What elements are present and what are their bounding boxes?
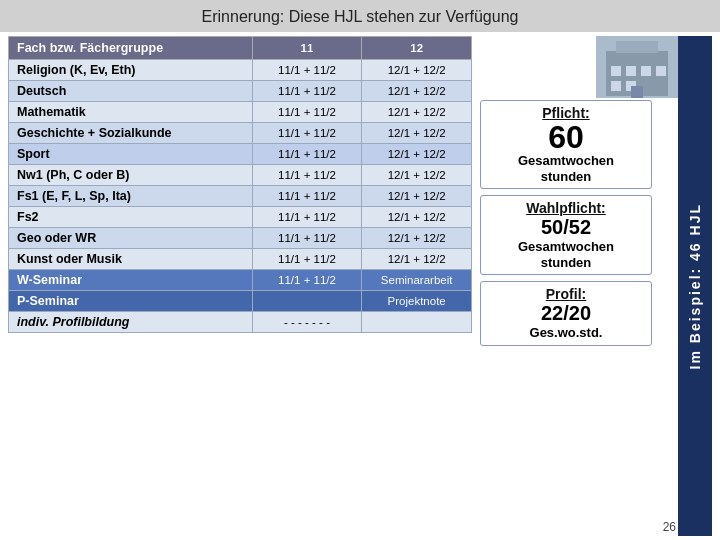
cell-fach: Deutsch (9, 81, 253, 102)
table-header-row: Fach bzw. Fächergruppe 11 12 (9, 37, 472, 60)
cell-11 (252, 291, 362, 312)
pflicht-subtitle: Gesamtwochenstunden (489, 153, 643, 184)
cell-fach: Mathematik (9, 102, 253, 123)
cell-fach: W-Seminar (9, 270, 253, 291)
svg-rect-3 (611, 66, 621, 76)
table-row: Mathematik11/1 + 11/212/1 + 12/2 (9, 102, 472, 123)
wahlpflicht-number: 50/52 (489, 216, 643, 239)
cell-12: 12/1 + 12/2 (362, 165, 472, 186)
table-row: indiv. Profilbildung- - - - - - - (9, 312, 472, 333)
table-row: Fs1 (E, F, L, Sp, Ita)11/1 + 11/212/1 + … (9, 186, 472, 207)
cell-fach: Fs1 (E, F, L, Sp, Ita) (9, 186, 253, 207)
cell-11: 11/1 + 11/2 (252, 228, 362, 249)
cell-11: 11/1 + 11/2 (252, 102, 362, 123)
cell-12: Seminararbeit (362, 270, 472, 291)
cell-12: 12/1 + 12/2 (362, 60, 472, 81)
content-area: Fach bzw. Fächergruppe 11 12 Religion (K… (0, 32, 720, 540)
main-table: Fach bzw. Fächergruppe 11 12 Religion (K… (8, 36, 472, 333)
cell-11: 11/1 + 11/2 (252, 207, 362, 228)
table-row: Deutsch11/1 + 11/212/1 + 12/2 (9, 81, 472, 102)
table-row: Sport11/1 + 11/212/1 + 12/2 (9, 144, 472, 165)
cell-fach: Nw1 (Ph, C oder B) (9, 165, 253, 186)
page: Erinnerung: Diese HJL stehen zur Verfügu… (0, 0, 720, 540)
wahlpflicht-box: Wahlpflicht: 50/52 Gesamtwochenstunden (480, 195, 652, 275)
right-panel: Pflicht: 60 Gesamtwochenstunden Wahlpfli… (472, 36, 712, 536)
cell-11: 11/1 + 11/2 (252, 186, 362, 207)
cell-11: 11/1 + 11/2 (252, 165, 362, 186)
cell-fach: Geschichte + Sozialkunde (9, 123, 253, 144)
cell-fach: indiv. Profilbildung (9, 312, 253, 333)
table-row: Geo oder WR11/1 + 11/212/1 + 12/2 (9, 228, 472, 249)
vertical-bar: Im Beispiel: 46 HJL (678, 36, 712, 536)
profil-box: Profil: 22/20 Ges.wo.std. (480, 281, 652, 346)
table-row: Geschichte + Sozialkunde11/1 + 11/212/1 … (9, 123, 472, 144)
cell-fach: Geo oder WR (9, 228, 253, 249)
cell-12: 12/1 + 12/2 (362, 81, 472, 102)
table-row: Fs211/1 + 11/212/1 + 12/2 (9, 207, 472, 228)
cell-11: 11/1 + 11/2 (252, 144, 362, 165)
profil-number: 22/20 (489, 302, 643, 325)
vertical-label: Im Beispiel: 46 HJL (687, 203, 703, 369)
col-12-header: 12 (362, 37, 472, 60)
table-row: P-SeminarProjektnote (9, 291, 472, 312)
cell-11: 11/1 + 11/2 (252, 123, 362, 144)
svg-rect-2 (616, 41, 658, 53)
cell-12: 12/1 + 12/2 (362, 123, 472, 144)
building-svg (596, 36, 678, 98)
table-section: Fach bzw. Fächergruppe 11 12 Religion (K… (8, 36, 472, 536)
table-row: Nw1 (Ph, C oder B)11/1 + 11/212/1 + 12/2 (9, 165, 472, 186)
page-header: Erinnerung: Diese HJL stehen zur Verfügu… (0, 0, 720, 32)
profil-subtitle: Ges.wo.std. (489, 325, 643, 341)
header-title: Erinnerung: Diese HJL stehen zur Verfügu… (202, 8, 519, 25)
cell-fach: Kunst oder Musik (9, 249, 253, 270)
page-number: 26 (663, 520, 676, 534)
svg-rect-9 (631, 86, 643, 98)
table-row: Religion (K, Ev, Eth)11/1 + 11/212/1 + 1… (9, 60, 472, 81)
pflicht-number: 60 (489, 121, 643, 153)
cell-fach: Fs2 (9, 207, 253, 228)
cell-12: 12/1 + 12/2 (362, 249, 472, 270)
table-row: Kunst oder Musik11/1 + 11/212/1 + 12/2 (9, 249, 472, 270)
cell-12: 12/1 + 12/2 (362, 186, 472, 207)
wahlpflicht-title: Wahlpflicht: (489, 200, 643, 216)
cell-12: 12/1 + 12/2 (362, 228, 472, 249)
pflicht-box: Pflicht: 60 Gesamtwochenstunden (480, 100, 652, 189)
svg-rect-5 (641, 66, 651, 76)
cell-12: 12/1 + 12/2 (362, 102, 472, 123)
cell-12 (362, 312, 472, 333)
col-11-header: 11 (252, 37, 362, 60)
cell-12: Projektnote (362, 291, 472, 312)
col-fach-header: Fach bzw. Fächergruppe (9, 37, 253, 60)
wahlpflicht-subtitle: Gesamtwochenstunden (489, 239, 643, 270)
svg-rect-6 (656, 66, 666, 76)
cell-fach: Religion (K, Ev, Eth) (9, 60, 253, 81)
cell-11: 11/1 + 11/2 (252, 249, 362, 270)
cell-11: 11/1 + 11/2 (252, 270, 362, 291)
profil-title: Profil: (489, 286, 643, 302)
table-row: W-Seminar11/1 + 11/2Seminararbeit (9, 270, 472, 291)
cell-fach: Sport (9, 144, 253, 165)
building-image (596, 36, 678, 98)
svg-rect-7 (611, 81, 621, 91)
svg-rect-4 (626, 66, 636, 76)
cell-11: 11/1 + 11/2 (252, 60, 362, 81)
cell-11: - - - - - - - (252, 312, 362, 333)
cell-11: 11/1 + 11/2 (252, 81, 362, 102)
cell-12: 12/1 + 12/2 (362, 207, 472, 228)
cell-fach: P-Seminar (9, 291, 253, 312)
cell-12: 12/1 + 12/2 (362, 144, 472, 165)
